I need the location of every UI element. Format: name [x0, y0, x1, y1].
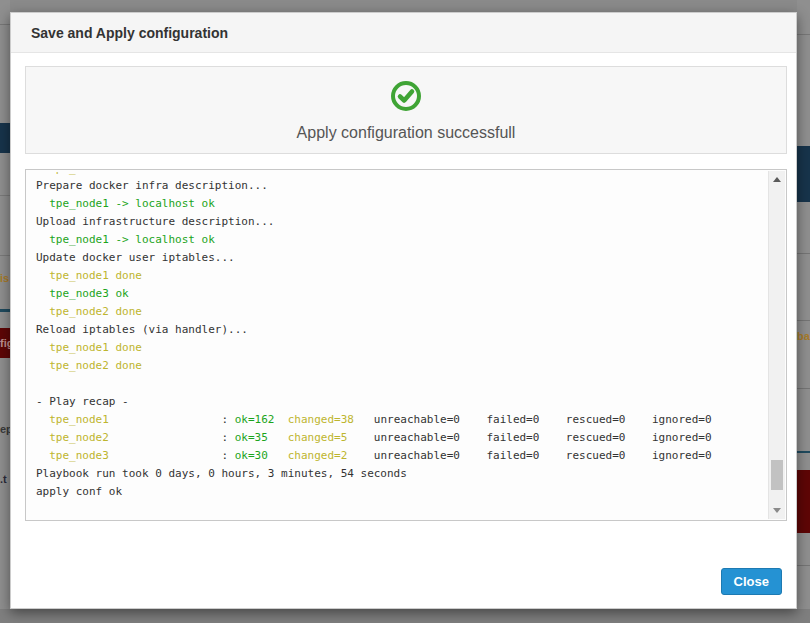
console-line: apply conf ok: [36, 483, 769, 501]
background-divider-fragment: [797, 451, 810, 453]
background-page-bottom-strip: [0, 609, 810, 623]
background-row-border: [797, 565, 810, 566]
console-line: tpe_node3 : ok=30 changed=2 unreachable=…: [36, 447, 769, 465]
console-line: Upload infrastructure description...: [36, 213, 769, 231]
scrollbar-thumb[interactable]: [771, 460, 783, 490]
screen: is fig ep .t ba Save and Apply configura…: [0, 0, 810, 623]
console-line: tpe_node3 ok: [36, 285, 769, 303]
console-line: [36, 375, 769, 393]
scrollbar-track[interactable]: [768, 171, 785, 519]
background-row-border: [0, 255, 10, 256]
console-line: Prepare docker infra description...: [36, 177, 769, 195]
console-line: tpe_node2 done: [36, 357, 769, 375]
triangle-up-icon: [773, 177, 781, 182]
background-row-border: [797, 253, 810, 254]
background-row-border: [797, 388, 810, 389]
console-line: - Play recap -: [36, 393, 769, 411]
modal-header: Save and Apply configuration: [11, 13, 796, 53]
console-line: tpe_node1 done: [36, 339, 769, 357]
modal-title: Save and Apply configuration: [31, 25, 228, 41]
status-panel: Apply configuration successfull: [25, 66, 787, 154]
console-line: Reload iptables (via handler)...: [36, 321, 769, 339]
console-line: tpe_node1 done: [36, 267, 769, 285]
scroll-down-button[interactable]: [769, 502, 785, 519]
console-line: Playbook run took 0 days, 0 hours, 3 min…: [36, 465, 769, 483]
console-line: tpe_node2 : ok=35 changed=5 unreachable=…: [36, 429, 769, 447]
console-output[interactable]: tpe_node2 donePrepare docker infra descr…: [26, 170, 769, 520]
background-divider-fragment: [0, 309, 10, 312]
background-text-fragment: .t: [0, 473, 10, 486]
background-row-border: [797, 320, 810, 321]
background-red-button-fragment: fig: [0, 328, 10, 358]
background-text-fragment: ba: [797, 330, 810, 343]
background-row-border: [0, 24, 10, 25]
background-navbar-fragment: [797, 146, 810, 202]
console-line: tpe_node2 done: [36, 303, 769, 321]
scroll-up-button[interactable]: [769, 171, 785, 188]
background-text-fragment: ep: [0, 423, 10, 436]
console-line: tpe_node1 -> localhost ok: [36, 195, 769, 213]
check-circle-icon: [390, 80, 422, 116]
console-line: Update docker user iptables...: [36, 249, 769, 267]
close-button[interactable]: Close: [721, 568, 782, 595]
background-red-button-fragment: [797, 470, 810, 533]
save-apply-modal: Save and Apply configuration Apply confi…: [10, 12, 797, 609]
background-text-fragment: is: [0, 272, 10, 285]
console-panel: tpe_node2 donePrepare docker infra descr…: [25, 169, 787, 521]
status-message: Apply configuration successfull: [297, 124, 516, 142]
console-line: tpe_node1 -> localhost ok: [36, 231, 769, 249]
background-row-border: [797, 34, 810, 35]
console-line: tpe_node1 : ok=162 changed=38 unreachabl…: [36, 411, 769, 429]
background-row-border: [0, 195, 10, 196]
triangle-down-icon: [773, 508, 781, 513]
background-navbar-fragment: [0, 123, 10, 153]
